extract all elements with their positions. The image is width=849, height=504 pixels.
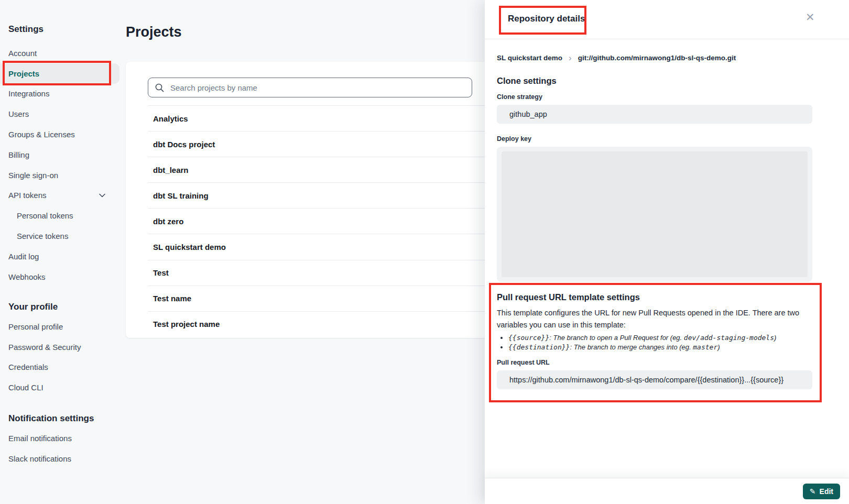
search-icon bbox=[155, 83, 165, 93]
sidebar-item-projects[interactable]: Projects bbox=[0, 63, 119, 84]
repository-details-panel: Repository details ✕ SL quickstart demo … bbox=[485, 0, 849, 504]
pr-template-description: This template configures the URL for new… bbox=[497, 307, 812, 331]
deploy-key-label: Deploy key bbox=[497, 135, 812, 143]
sidebar-item-email-notifications[interactable]: Email notifications bbox=[0, 428, 121, 448]
sidebar-item-webhooks[interactable]: Webhooks bbox=[0, 267, 121, 287]
pr-url-value: https://github.com/mirnawong1/db-sl-qs-d… bbox=[497, 370, 812, 389]
sidebar-item-account[interactable]: Account bbox=[0, 43, 121, 63]
close-icon[interactable]: ✕ bbox=[803, 9, 817, 25]
clone-strategy-label: Clone strategy bbox=[497, 93, 812, 101]
sidebar-item-integrations[interactable]: Integrations bbox=[0, 84, 121, 104]
breadcrumb-chevron-icon: › bbox=[569, 53, 572, 62]
breadcrumb-repo-url: git://github.com/mirnawong1/db-sl-qs-dem… bbox=[578, 54, 736, 62]
sidebar-item-service-tokens[interactable]: Service tokens bbox=[0, 226, 121, 246]
panel-body: SL quickstart demo › git://github.com/mi… bbox=[485, 53, 849, 389]
deploy-key-box bbox=[497, 147, 812, 282]
sidebar-nav-notifications: Email notifications Slack notifications bbox=[0, 428, 121, 469]
chevron-down-icon bbox=[98, 191, 106, 200]
pr-variable-destination: {{destination}}: The branch to merge cha… bbox=[508, 343, 812, 352]
pr-variable-source: {{source}}: The branch to open a Pull Re… bbox=[508, 333, 812, 343]
sidebar-item-credentials[interactable]: Credentials bbox=[0, 357, 121, 378]
pr-variable-destination-text: : The branch to merge changes into (eg. bbox=[570, 343, 693, 351]
project-search[interactable] bbox=[148, 78, 472, 97]
sidebar-item-audit-log[interactable]: Audit log bbox=[0, 246, 121, 267]
pr-template-section: Pull request URL template settings This … bbox=[497, 292, 812, 389]
sidebar-item-groups-licenses[interactable]: Groups & Licenses bbox=[0, 124, 121, 145]
panel-title: Repository details bbox=[508, 14, 585, 24]
clone-strategy-value: github_app bbox=[497, 105, 812, 124]
clone-settings-heading: Clone settings bbox=[497, 76, 812, 86]
sidebar-item-users[interactable]: Users bbox=[0, 104, 121, 124]
edit-button[interactable]: ✎ Edit bbox=[803, 484, 840, 499]
sidebar-item-personal-profile[interactable]: Personal profile bbox=[0, 316, 121, 337]
page-title: Projects bbox=[126, 24, 182, 40]
sidebar-item-projects-label: Projects bbox=[8, 69, 39, 78]
search-input[interactable] bbox=[169, 83, 465, 93]
sidebar-item-single-sign-on[interactable]: Single sign-on bbox=[0, 165, 121, 185]
pr-variable-source-text: : The branch to open a Pull Request for … bbox=[549, 334, 684, 342]
sidebar-item-api-tokens[interactable]: API tokens bbox=[0, 185, 121, 206]
pr-template-variables: {{source}}: The branch to open a Pull Re… bbox=[497, 333, 812, 352]
sidebar-item-personal-tokens[interactable]: Personal tokens bbox=[0, 205, 121, 226]
sidebar-nav-settings: Account Projects Integrations Users Grou… bbox=[0, 43, 121, 287]
sidebar-item-billing[interactable]: Billing bbox=[0, 145, 121, 165]
pr-template-heading: Pull request URL template settings bbox=[497, 292, 812, 302]
pr-variable-source-code: {{source}} bbox=[508, 334, 549, 342]
pr-variable-destination-code: {{destination}} bbox=[508, 343, 570, 351]
sidebar-heading-your-profile: Your profile bbox=[8, 302, 58, 312]
panel-header: Repository details ✕ bbox=[485, 0, 849, 39]
edit-button-label: Edit bbox=[820, 487, 833, 496]
panel-footer: ✎ Edit bbox=[485, 478, 849, 504]
sidebar-item-password-security[interactable]: Password & Security bbox=[0, 337, 121, 357]
sidebar-nav-profile: Personal profile Password & Security Cre… bbox=[0, 316, 121, 398]
sidebar-heading-notification-settings: Notification settings bbox=[8, 413, 94, 424]
pr-url-label: Pull request URL bbox=[497, 359, 812, 366]
pr-variable-source-close: ) bbox=[774, 334, 776, 342]
pencil-icon: ✎ bbox=[810, 487, 816, 496]
sidebar-heading-settings: Settings bbox=[8, 24, 43, 35]
sidebar-item-slack-notifications[interactable]: Slack notifications bbox=[0, 448, 121, 469]
settings-sidebar: Settings Account Projects Integrations U… bbox=[0, 0, 121, 504]
pr-variable-source-example: dev/add-staging-models bbox=[684, 334, 774, 342]
pr-variable-destination-example: master bbox=[693, 343, 717, 351]
sidebar-item-api-tokens-label: API tokens bbox=[8, 191, 47, 200]
sidebar-item-cloud-cli[interactable]: Cloud CLI bbox=[0, 377, 121, 398]
pr-variable-destination-close: ) bbox=[717, 343, 720, 351]
breadcrumb-project[interactable]: SL quickstart demo bbox=[497, 54, 562, 62]
breadcrumb: SL quickstart demo › git://github.com/mi… bbox=[497, 53, 812, 62]
deploy-key-redacted-value bbox=[502, 151, 808, 277]
